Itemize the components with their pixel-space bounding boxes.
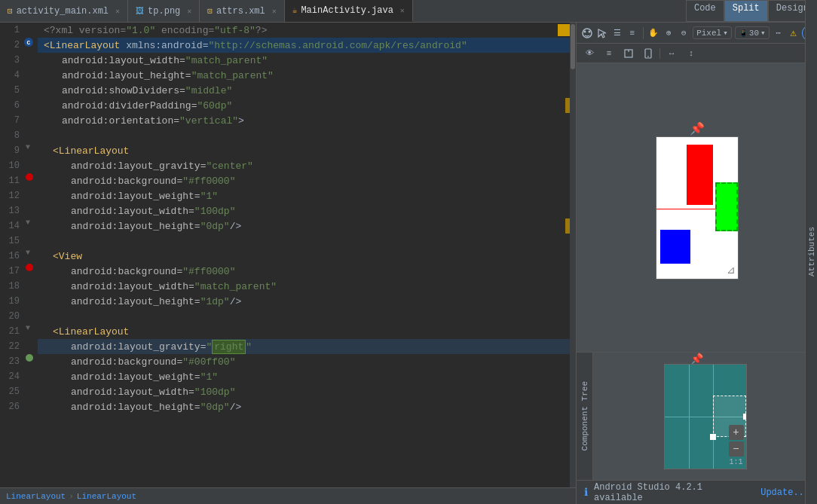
- green-box-preview: [715, 182, 738, 231]
- breadcrumb-item-2[interactable]: LinearLayout: [77, 492, 136, 501]
- attribute-help-icon[interactable]: ≡: [626, 25, 638, 41]
- api-level-selector[interactable]: 📱 30 ▾: [735, 26, 770, 39]
- resize-handle[interactable]: ⊿: [727, 264, 736, 276]
- code-line-2[interactable]: <LinearLayout xmlns:android= "http://sch…: [38, 38, 570, 53]
- tab-tp-png[interactable]: 🖼 tp.png ✕: [128, 0, 200, 22]
- zoom-in-btn[interactable]: +: [729, 425, 744, 440]
- phone-container: 📌 ⊿: [656, 136, 739, 279]
- tab-close-icon[interactable]: ✕: [272, 7, 277, 16]
- tab-mainactivity-java[interactable]: ☕ MainActivity.java ✕: [285, 0, 413, 22]
- api-icon: 📱: [739, 29, 748, 38]
- mini-handle-bottom[interactable]: [710, 434, 716, 440]
- warning-icon[interactable]: ⚠: [788, 25, 800, 41]
- tab-label: tp.png: [148, 6, 180, 17]
- tab-label: MainActivity.java: [301, 5, 393, 16]
- yellow-bar-6: [565, 98, 570, 113]
- constraint-icon[interactable]: [620, 45, 637, 62]
- zoom-out-icon[interactable]: ⊖: [678, 25, 690, 41]
- component-tree-sidebar[interactable]: Component Tree: [577, 353, 593, 480]
- code-line-5[interactable]: android:showDividers="middle": [38, 83, 570, 98]
- scroll-indicator[interactable]: [570, 23, 576, 487]
- tab-close-icon[interactable]: ✕: [187, 7, 191, 16]
- pixel-device-label: Pixel: [696, 29, 721, 38]
- code-line-23[interactable]: android:background="#00ff00": [38, 354, 570, 369]
- eye-icon[interactable]: 👁: [581, 45, 598, 62]
- tab-activity-main-xml[interactable]: ⊡ activity_main.xml ✕: [0, 0, 128, 22]
- yellow-bar-14: [565, 218, 570, 234]
- tab-label: attrs.xml: [216, 6, 265, 17]
- phone-preview[interactable]: [656, 136, 739, 279]
- code-line-3[interactable]: android:layout_width="match_parent": [38, 53, 570, 68]
- code-line-20[interactable]: [38, 309, 570, 324]
- more-options-icon[interactable]: ⋯: [773, 25, 785, 41]
- device-icon[interactable]: [640, 45, 656, 62]
- code-line-17[interactable]: android:background="#ff0000": [38, 264, 570, 279]
- zoom-in-icon[interactable]: ⊕: [662, 25, 675, 41]
- chevron-down-icon: ▾: [723, 28, 728, 38]
- code-line-26[interactable]: android:layout_height="0dp"/>: [38, 399, 570, 414]
- code-line-18[interactable]: android:layout_width="match_parent": [38, 279, 570, 294]
- update-link[interactable]: Update...: [760, 487, 809, 498]
- xml-file-icon2: ⊡: [207, 6, 213, 16]
- code-line-7[interactable]: android:orientation="vertical">: [38, 113, 570, 128]
- gutter-col: C ▼ ▼ ▼ ▼: [23, 23, 38, 487]
- zoom-out-btn[interactable]: −: [729, 441, 744, 457]
- view-mode-split[interactable]: Split: [724, 0, 768, 22]
- info-icon: ℹ: [584, 486, 588, 499]
- component-tree-icon[interactable]: ☰: [611, 25, 623, 41]
- code-line-14[interactable]: android:layout_height="0dp"/>: [38, 218, 570, 234]
- code-line-15[interactable]: [38, 234, 570, 249]
- expand-vert-icon[interactable]: ↕: [683, 45, 699, 62]
- gutter-blue-marker[interactable]: C: [24, 38, 33, 47]
- code-line-11[interactable]: android:background="#ff0000": [38, 173, 570, 188]
- tab-attrs-xml[interactable]: ⊡ attrs.xml ✕: [200, 0, 284, 22]
- code-line-12[interactable]: android:layout_weight="1": [38, 188, 570, 203]
- fold-arrow-16[interactable]: ▼: [26, 249, 30, 257]
- mini-phone-container: + − 1:1: [664, 364, 747, 469]
- list-icon[interactable]: ≡: [601, 45, 617, 62]
- code-line-19[interactable]: android:layout_height="1dp"/>: [38, 294, 570, 309]
- mini-handle-right[interactable]: [743, 414, 747, 420]
- gutter-green-23[interactable]: [26, 354, 33, 362]
- pixel-device-selector[interactable]: Pixel ▾: [693, 26, 732, 39]
- code-line-22[interactable]: android:layout_gravity="right": [38, 339, 570, 354]
- code-line-8[interactable]: [38, 128, 570, 143]
- zoom-ratio-label: 1:1: [729, 458, 744, 466]
- gutter-red-17[interactable]: [26, 264, 33, 271]
- code-line-4[interactable]: android:layout_height="match_parent": [38, 68, 570, 83]
- tab-close-icon[interactable]: ✕: [400, 6, 405, 15]
- code-line-25[interactable]: android:layout_width="100dp": [38, 384, 570, 399]
- fold-arrow-9[interactable]: ▼: [26, 143, 30, 151]
- code-line-1[interactable]: <?xml version="1.0" encoding="utf-8"?>: [38, 23, 570, 38]
- breadcrumb-bar: LinearLayout › LinearLayout: [0, 487, 576, 504]
- attributes-panel[interactable]: Attributes: [805, 23, 817, 504]
- code-line-9[interactable]: <LinearLayout: [38, 143, 570, 158]
- tab-close-icon[interactable]: ✕: [115, 7, 120, 16]
- code-line-13[interactable]: android:layout_width="100dp": [38, 203, 570, 218]
- code-line-16[interactable]: <View: [38, 249, 570, 264]
- fold-arrow-14[interactable]: ▼: [26, 218, 30, 227]
- component-tree-label: Component Tree: [580, 381, 589, 451]
- code-line-6[interactable]: android:dividerPadding="60dp": [38, 98, 570, 113]
- scroll-thumb: [571, 24, 575, 69]
- attributes-label: Attributes: [807, 227, 816, 276]
- palette-icon[interactable]: [581, 25, 593, 41]
- code-content[interactable]: 1 2 3 4 5 6 7 8 9 10 11 12 13 14 15 16 1: [0, 23, 576, 487]
- right-panel: ☰ ≡ ✋ ⊕ ⊖ Pixel ▾ 📱 30 ▾ ⋯ ⚠: [576, 23, 817, 504]
- code-line-21[interactable]: <LinearLayout: [38, 324, 570, 339]
- expand-horiz-icon[interactable]: ↔: [663, 45, 680, 62]
- editor-area: 1 2 3 4 5 6 7 8 9 10 11 12 13 14 15 16 1: [0, 23, 576, 504]
- tab-label: activity_main.xml: [17, 6, 109, 17]
- java-file-icon: ☕: [292, 5, 298, 15]
- breadcrumb-item-1[interactable]: LinearLayout: [6, 492, 66, 501]
- breadcrumb-separator: ›: [69, 492, 74, 501]
- code-line-24[interactable]: android:layout_weight="1": [38, 369, 570, 384]
- code-line-10[interactable]: android:layout_gravity="center": [38, 158, 570, 173]
- design-view-toolbar: ☰ ≡ ✋ ⊕ ⊖ Pixel ▾ 📱 30 ▾ ⋯ ⚠: [577, 23, 817, 44]
- view-mode-code[interactable]: Code: [686, 0, 724, 22]
- pan-tool-icon[interactable]: ✋: [647, 25, 659, 41]
- cursor-icon[interactable]: [596, 25, 608, 41]
- gutter-red-11[interactable]: [26, 173, 33, 181]
- red-box-preview: [687, 145, 713, 205]
- fold-arrow-21[interactable]: ▼: [26, 324, 30, 332]
